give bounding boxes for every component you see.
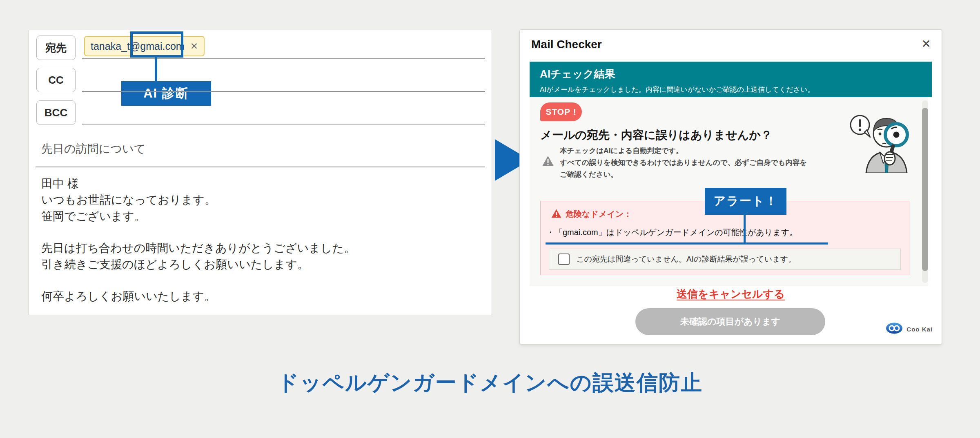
danger-domain-heading: 危険なドメイン： <box>551 209 632 220</box>
danger-domain-label: 危険なドメイン： <box>566 209 632 220</box>
email-body[interactable]: 田中 様 いつもお世話になっております。 笹岡でございます。 先日は打ち合わせの… <box>41 176 479 305</box>
subject-divider <box>36 167 485 167</box>
check-result-content: STOP ! メールの宛先・内容に誤りはありませんか？ 本チェックはAIによる自… <box>530 97 928 286</box>
ai-diagnosis-callout: AI 診断 <box>121 81 211 106</box>
subject-text[interactable]: 先日の訪問について <box>41 141 145 157</box>
body-paragraph-greeting: 田中 様 いつもお世話になっております。 笹岡でございます。 <box>41 176 479 225</box>
stop-badge: STOP ! <box>540 102 582 121</box>
warning-triangle-gray-icon <box>542 156 554 168</box>
close-icon[interactable]: ✕ <box>922 37 931 51</box>
banner-title: AIチェック結果 <box>540 67 922 81</box>
cc-field-button[interactable]: CC <box>36 68 76 92</box>
ai-check-result-banner: AIチェック結果 AIがメールをチェックしました。内容に間違いがないかご確認の上… <box>530 62 932 97</box>
mail-checker-dialog: Mail Checker ✕ AIチェック結果 AIがメールをチェックしました。… <box>519 29 942 345</box>
scrollbar-thumb[interactable] <box>922 108 928 271</box>
unconfirmed-items-button[interactable]: 未確認の項目があります <box>635 308 825 335</box>
ai-callout-connector-line <box>155 58 157 81</box>
email-compose-panel: 宛先 tanaka_t@gmai.com ✕ AI 診断 CC BCC 先日の訪… <box>29 30 492 315</box>
cancel-send-link[interactable]: 送信をキャンセルする <box>677 288 785 300</box>
bottom-caption: ドッペルゲンガードメインへの誤送信防止 <box>0 369 980 397</box>
cookai-logo-icon <box>886 322 904 336</box>
to-field-button[interactable]: 宛先 <box>36 36 76 60</box>
confirm-checkbox[interactable] <box>558 253 570 265</box>
to-row-divider <box>82 58 485 59</box>
domain-highlight-box <box>130 31 183 58</box>
check-question-heading: メールの宛先・内容に誤りはありませんか？ <box>540 127 772 143</box>
cookai-logo: Coo Kai <box>886 322 933 336</box>
ai-disclaimer-note: 本チェックはAIによる自動判定です。 すべての誤りを検知できるわけではありません… <box>542 145 807 180</box>
alert-underline <box>546 242 828 245</box>
cancel-send-link-wrap: 送信をキャンセルする <box>520 287 942 301</box>
body-paragraph-main: 先日は打ち合わせの時間いただきありがとうございました。 引き続きご支援のほどよろ… <box>41 240 479 273</box>
bcc-row-divider <box>82 124 485 125</box>
body-paragraph-closing: 何卒よろしくお願いいたします。 <box>41 288 479 305</box>
cookai-logo-text: Coo Kai <box>906 326 933 333</box>
screenshot-canvas: 宛先 tanaka_t@gmai.com ✕ AI 診断 CC BCC 先日の訪… <box>0 0 980 438</box>
banner-subtitle: AIがメールをチェックしました。内容に間違いがないかご確認の上送信してください。 <box>540 85 922 94</box>
confirm-checkbox-label: この宛先は間違っていません。AIの診断結果が誤っています。 <box>576 254 796 265</box>
cc-row-divider <box>82 91 485 92</box>
dialog-title: Mail Checker <box>531 38 602 51</box>
alert-callout-connector-line <box>744 215 746 243</box>
chip-remove-icon[interactable]: ✕ <box>190 41 198 52</box>
alert-callout: アラート！ <box>705 188 786 215</box>
confirm-row: この宛先は間違っていません。AIの診断結果が誤っています。 <box>549 249 901 270</box>
bcc-field-button[interactable]: BCC <box>36 100 76 125</box>
danger-domain-item: ・「gmai.com」はドッペルゲンガードメインの可能性があります。 <box>546 227 797 238</box>
warning-triangle-red-icon <box>551 209 561 220</box>
ai-disclaimer-text: 本チェックはAIによる自動判定です。 すべての誤りを検知できるわけではありません… <box>560 145 807 180</box>
magnifier-person-illustration <box>849 109 918 175</box>
